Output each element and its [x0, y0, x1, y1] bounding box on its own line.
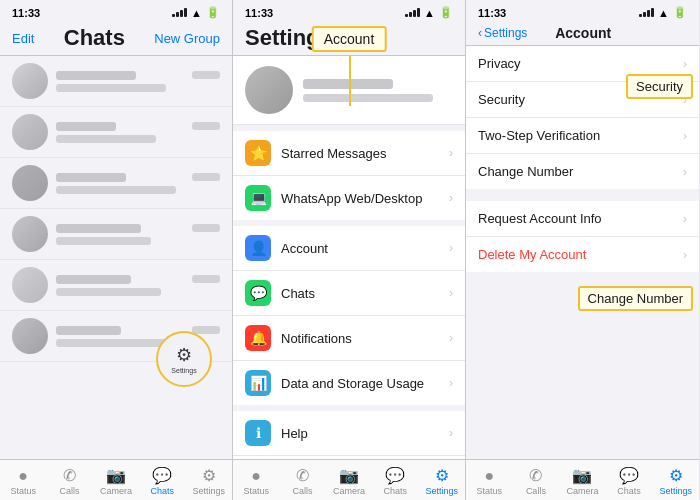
chevron-icon: ›: [449, 286, 453, 300]
chat-item[interactable]: [0, 209, 232, 260]
chats-icon: 💬: [385, 466, 405, 485]
wifi-icon: ▲: [658, 7, 669, 19]
help-label: Help: [281, 426, 439, 441]
chat-item[interactable]: [0, 158, 232, 209]
account-title: Account: [555, 25, 611, 41]
chat-list: [0, 56, 232, 362]
tab-camera-3[interactable]: 📷 Camera: [564, 466, 600, 496]
chevron-icon: ›: [683, 248, 687, 262]
camera-icon: 📷: [106, 466, 126, 485]
settings-icon: ⚙: [202, 466, 216, 485]
status-bar-2: 11:33 ▲ 🔋: [233, 0, 465, 21]
tab-settings-2[interactable]: ⚙ Settings: [424, 466, 460, 496]
privacy-label: Privacy: [478, 56, 683, 71]
tab-status-2[interactable]: ● Status: [238, 467, 274, 496]
time-2: 11:33: [245, 7, 273, 19]
tab-settings-3[interactable]: ⚙ Settings: [658, 466, 694, 496]
user-name-blur: [303, 79, 393, 89]
nav-bar-1: Edit Chats New Group: [0, 21, 232, 56]
signal-icon: [172, 8, 187, 17]
signal-icon: [639, 8, 654, 17]
chats-label: Chats: [281, 286, 439, 301]
calls-icon: ✆: [296, 466, 309, 485]
back-chevron-icon: ‹: [478, 26, 482, 40]
status-icon: ●: [18, 467, 28, 485]
tab-camera[interactable]: 📷 Camera: [98, 466, 134, 496]
changenumber-label: Change Number: [478, 164, 683, 179]
settings-row-account[interactable]: 👤 Account ›: [233, 226, 465, 271]
settings-group-1: ⭐ Starred Messages › 💻 WhatsApp Web/Desk…: [233, 131, 465, 220]
battery-icon: 🔋: [673, 6, 687, 19]
user-status-blur: [303, 94, 433, 102]
tab-status-label: Status: [243, 486, 269, 496]
tab-settings-label: Settings: [425, 486, 458, 496]
callout-security: Security: [626, 74, 693, 99]
status-icons-2: ▲ 🔋: [405, 6, 453, 19]
settings-section-1: ⭐ Starred Messages › 💻 WhatsApp Web/Desk…: [233, 131, 465, 220]
tab-camera-2[interactable]: 📷 Camera: [331, 466, 367, 496]
settings-row-web[interactable]: 💻 WhatsApp Web/Desktop ›: [233, 176, 465, 220]
camera-icon: 📷: [339, 466, 359, 485]
avatar: [12, 114, 48, 150]
status-bar-1: 11:33 ▲ 🔋: [0, 0, 232, 21]
tab-calls-3[interactable]: ✆ Calls: [518, 466, 554, 496]
tab-chats-3[interactable]: 💬 Chats: [611, 466, 647, 496]
settings-bubble[interactable]: ⚙ Settings: [156, 331, 212, 387]
settings-row-data[interactable]: 📊 Data and Storage Usage ›: [233, 361, 465, 405]
data-icon: 📊: [245, 370, 271, 396]
tab-status-label: Status: [10, 486, 36, 496]
tab-status-3[interactable]: ● Status: [471, 467, 507, 496]
tab-settings[interactable]: ⚙ Settings: [191, 466, 227, 496]
tab-calls[interactable]: ✆ Calls: [52, 466, 88, 496]
tab-calls-2[interactable]: ✆ Calls: [285, 466, 321, 496]
account-row-delete[interactable]: Delete My Account ›: [466, 237, 699, 272]
account-row-request[interactable]: Request Account Info ›: [466, 201, 699, 237]
tab-status[interactable]: ● Status: [5, 467, 41, 496]
panel-chats: 11:33 ▲ 🔋 Edit Chats New Group: [0, 0, 233, 500]
web-icon: 💻: [245, 185, 271, 211]
tab-chats-2[interactable]: 💬 Chats: [377, 466, 413, 496]
callout-account: Account: [312, 26, 387, 52]
chat-item[interactable]: [0, 260, 232, 311]
chevron-icon: ›: [683, 165, 687, 179]
avatar: [12, 63, 48, 99]
battery-icon: 🔋: [206, 6, 220, 19]
time-3: 11:33: [478, 7, 506, 19]
two-step-label: Two-Step Verification: [478, 128, 683, 143]
settings-group-2: 👤 Account › 💬 Chats › 🔔 Notifications › …: [233, 226, 465, 405]
status-bar-3: 11:33 ▲ 🔋: [466, 0, 699, 21]
chat-text: [56, 122, 220, 143]
new-group-button[interactable]: New Group: [154, 31, 220, 46]
account-row-2step[interactable]: Two-Step Verification ›: [466, 118, 699, 154]
chats-icon: 💬: [619, 466, 639, 485]
settings-row-notifications[interactable]: 🔔 Notifications ›: [233, 316, 465, 361]
chat-item[interactable]: [0, 56, 232, 107]
tab-chats[interactable]: 💬 Chats: [144, 466, 180, 496]
status-icon: ●: [484, 467, 494, 485]
tab-bar-2: ● Status ✆ Calls 📷 Camera 💬 Chats ⚙ Sett…: [233, 459, 465, 500]
notifications-icon: 🔔: [245, 325, 271, 351]
data-label: Data and Storage Usage: [281, 376, 439, 391]
tab-chats-label: Chats: [384, 486, 408, 496]
chats-icon: 💬: [152, 466, 172, 485]
account-section-2: Request Account Info › Delete My Account…: [466, 201, 699, 272]
settings-icon: ⚙: [435, 466, 449, 485]
chat-text: [56, 71, 220, 92]
battery-icon: 🔋: [439, 6, 453, 19]
chevron-icon: ›: [449, 376, 453, 390]
profile-avatar: [245, 66, 293, 114]
settings-row-chats[interactable]: 💬 Chats ›: [233, 271, 465, 316]
back-button[interactable]: ‹ Settings: [478, 26, 527, 40]
account-row-changenumber[interactable]: Change Number ›: [466, 154, 699, 189]
settings-section-3: ℹ Help › ❤ Tell a Friend ›: [233, 411, 465, 459]
account-icon: 👤: [245, 235, 271, 261]
callout-line: [349, 56, 351, 106]
tab-calls-label: Calls: [526, 486, 546, 496]
settings-row-help[interactable]: ℹ Help ›: [233, 411, 465, 456]
tab-chats-label: Chats: [617, 486, 641, 496]
back-label: Settings: [484, 26, 527, 40]
settings-row-starred[interactable]: ⭐ Starred Messages ›: [233, 131, 465, 176]
edit-button[interactable]: Edit: [12, 31, 34, 46]
chats-content: ⚙ Settings: [0, 56, 232, 459]
chat-item[interactable]: [0, 107, 232, 158]
